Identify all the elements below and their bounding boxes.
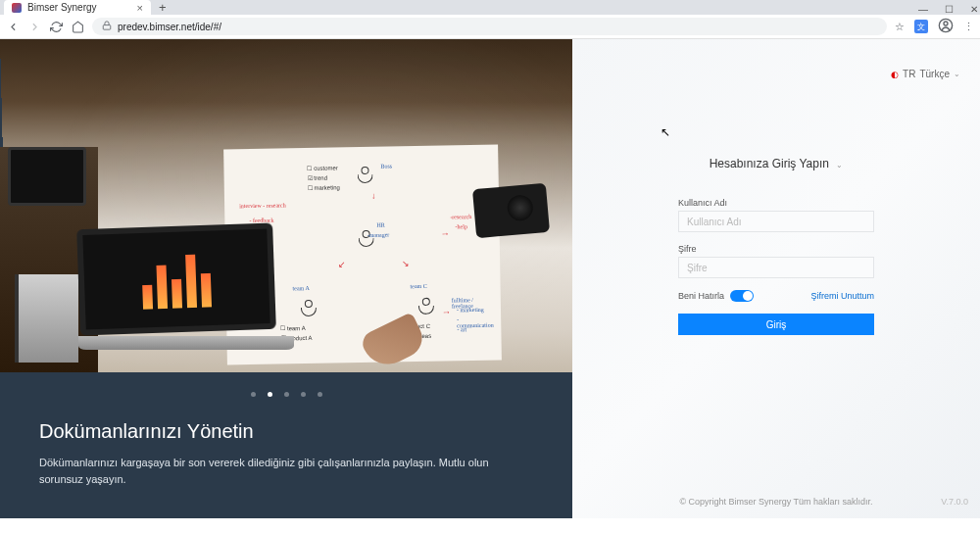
hero-title: Dokümanlarınızı Yönetin xyxy=(39,420,533,443)
language-code: TR xyxy=(903,69,915,79)
browser-address-bar: predev.bimser.net/ide/#/ ☆ 文 ⋮ xyxy=(0,15,980,39)
svg-rect-0 xyxy=(103,25,111,30)
window-minimize-icon[interactable]: — xyxy=(917,3,929,15)
carousel-dot-3[interactable] xyxy=(301,392,306,397)
profile-icon[interactable] xyxy=(938,18,954,35)
version-text: V.7.0.0 xyxy=(941,497,968,507)
carousel-dot-0[interactable] xyxy=(251,392,256,397)
svg-point-2 xyxy=(944,22,948,25)
hero-tablet-illustration xyxy=(8,147,86,206)
username-input[interactable] xyxy=(678,211,874,232)
hero-camera-illustration xyxy=(472,183,550,238)
password-input[interactable] xyxy=(678,257,874,278)
window-close-icon[interactable]: ✕ xyxy=(968,3,980,15)
nav-reload-icon[interactable] xyxy=(49,20,63,33)
nav-home-icon[interactable] xyxy=(71,20,84,33)
copyright-text: © Copyright Bimser Synergy Tüm hakları s… xyxy=(572,497,980,507)
url-text: predev.bimser.net/ide/#/ xyxy=(118,22,221,32)
window-maximize-icon[interactable]: ☐ xyxy=(943,3,955,15)
nav-back-icon[interactable] xyxy=(6,20,20,33)
hero-book-illustration xyxy=(15,274,78,363)
carousel-dot-4[interactable] xyxy=(318,392,322,397)
browser-tabbar: Bimser Synergy × + — ☐ ✕ xyxy=(0,0,980,15)
remember-me-toggle[interactable] xyxy=(730,290,754,302)
carousel-dot-2[interactable] xyxy=(284,392,289,397)
forgot-password-link[interactable]: Şifremi Unuttum xyxy=(810,291,874,301)
hero-description: Dökümanlarınızı kargaşaya bir son verere… xyxy=(39,455,510,487)
new-tab-button[interactable]: + xyxy=(151,0,174,15)
flag-icon: ◐ xyxy=(891,70,899,79)
username-label: Kullanıcı Adı xyxy=(678,198,874,208)
lock-icon xyxy=(102,21,112,32)
tab-close-icon[interactable]: × xyxy=(137,2,143,14)
hero-panel: ↓ ↙ ↘ → → Boss interview - research - fe… xyxy=(0,39,572,518)
bookmark-star-icon[interactable]: ☆ xyxy=(895,21,905,33)
nav-forward-icon[interactable] xyxy=(27,20,41,33)
translate-icon[interactable]: 文 xyxy=(914,20,928,33)
login-button[interactable]: Giriş xyxy=(678,314,874,335)
chevron-down-icon: ⌄ xyxy=(836,161,843,170)
browser-tab[interactable]: Bimser Synergy × xyxy=(4,0,151,15)
chevron-down-icon: ⌄ xyxy=(954,70,960,78)
language-selector[interactable]: ◐ TR Türkçe ⌄ xyxy=(891,69,960,79)
hero-laptop-illustration xyxy=(78,225,294,363)
login-panel: ◐ TR Türkçe ⌄ Hesabınıza Giriş Yapın ⌄ K… xyxy=(572,39,980,518)
password-label: Şifre xyxy=(678,244,874,254)
tab-title: Bimser Synergy xyxy=(27,2,97,13)
hero-image: ↓ ↙ ↘ → → Boss interview - research - fe… xyxy=(0,39,572,372)
page-content: ↓ ↙ ↘ → → Boss interview - research - fe… xyxy=(0,39,980,518)
language-label: Türkçe xyxy=(919,69,950,79)
tab-favicon xyxy=(12,3,22,13)
browser-menu-icon[interactable]: ⋮ xyxy=(963,21,974,33)
remember-me-label: Beni Hatırla xyxy=(678,291,724,301)
url-input[interactable]: predev.bimser.net/ide/#/ xyxy=(92,18,887,35)
login-title[interactable]: Hesabınıza Giriş Yapın ⌄ xyxy=(678,157,874,170)
carousel-dot-1[interactable] xyxy=(268,392,272,397)
